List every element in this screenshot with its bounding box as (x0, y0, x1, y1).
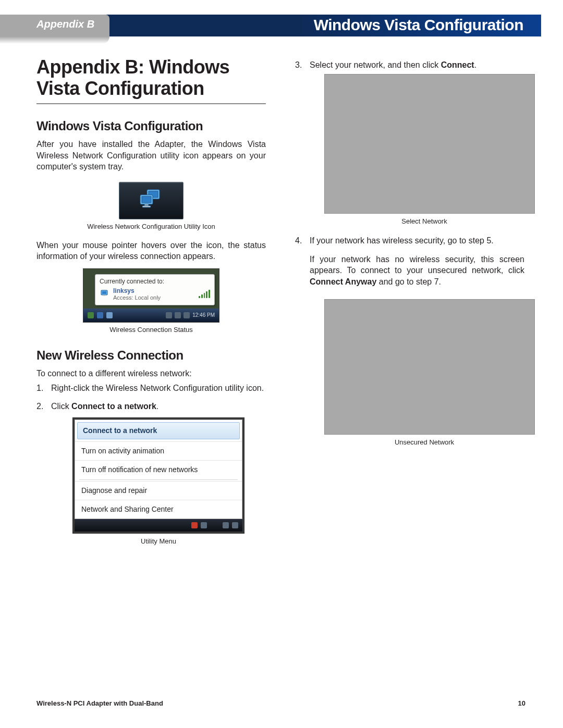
svg-rect-8 (103, 295, 105, 296)
menu-item-activity-anim[interactable]: Turn on activity animation (75, 441, 242, 460)
section-heading-config: Windows Vista Configuration (36, 119, 266, 133)
svg-rect-5 (142, 206, 151, 207)
step-4-text-c: and go to step 7. (376, 277, 441, 286)
tray-icon-b (223, 522, 229, 528)
caption-utility-menu: Utility Menu (51, 537, 266, 546)
step-3-bold: Connect (441, 60, 474, 69)
footer-page-number: 10 (518, 699, 525, 707)
caption-connection-status: Wireless Connection Status (36, 326, 266, 334)
network-name: linksys (113, 287, 195, 294)
tooltip-header: Currently connected to: (100, 278, 210, 285)
status-tooltip: Currently connected to: linksys Access: (95, 274, 215, 305)
figure-utility-menu: Connect to a network Turn on activity an… (72, 417, 244, 534)
step-2: Click Connect to a network. Connect to a… (36, 401, 266, 546)
svg-rect-3 (142, 196, 151, 203)
header-appendix-label: Appendix B (36, 18, 94, 30)
intro-steps: To connect to a different wireless netwo… (36, 368, 266, 379)
step-3-text-c: . (474, 60, 476, 69)
step-2-text-a: Click (51, 402, 71, 411)
caption-unsecured-network: Unsecured Network (324, 438, 524, 447)
menu-item-notification-off[interactable]: Turn off notification of new networks (75, 460, 242, 479)
step-2-text-c: . (156, 402, 158, 411)
taskbar-left-icons (88, 312, 113, 318)
steps-list-right: Select your network, and then click Conn… (295, 59, 524, 447)
step-1: Right-click the Wireless Network Configu… (36, 382, 266, 394)
menu-taskbar (75, 519, 242, 532)
tray-icon-a (201, 522, 207, 528)
network-icon (100, 289, 110, 299)
step-4-text-a: If your network has no wireless security… (310, 255, 524, 275)
footer-product-name: Wireless-N PCI Adapter with Dual-Band (36, 699, 163, 707)
step-3-text-a: Select your network, and then click (310, 60, 441, 69)
step-2-bold: Connect to a network (71, 402, 156, 411)
header-band: Appendix B Windows Vista Configuration (0, 15, 563, 36)
step-4-bold: Connect Anyway (310, 277, 376, 286)
steps-list-left: Right-click the Wireless Network Configu… (36, 382, 266, 546)
menu-item-connect[interactable]: Connect to a network (77, 422, 240, 439)
header-title: Windows Vista Configuration (314, 16, 523, 34)
tray-icon-3 (106, 312, 113, 318)
figure-select-network (324, 74, 535, 214)
svg-rect-7 (102, 291, 106, 294)
tray-close-icon (191, 522, 198, 528)
page: Appendix B Windows Vista Configuration A… (0, 0, 563, 728)
network-monitors-icon (138, 189, 164, 211)
caption-tray-icon: Wireless Network Configuration Utility I… (36, 223, 266, 230)
tray-icon-c (232, 522, 238, 528)
tray-icon-2 (97, 312, 103, 318)
section-heading-new-connection: New Wireless Connection (36, 348, 266, 363)
tray-icon-6 (183, 312, 190, 318)
step-4-line-1: If your network has wireless security, g… (310, 235, 524, 246)
page-title: Appendix B: Windows Vista Configuration (36, 56, 266, 104)
figure-connection-status: Currently connected to: linksys Access: (83, 268, 219, 323)
menu-item-sharing-center[interactable]: Network and Sharing Center (75, 500, 242, 519)
caption-select-network: Select Network (324, 217, 524, 226)
taskbar: 12:46 PM (83, 309, 219, 322)
intro-paragraph: After you have installed the Adapter, th… (36, 139, 266, 172)
left-column: Appendix B: Windows Vista Configuration … (36, 56, 266, 556)
access-label: Access: Local only (113, 294, 195, 301)
page-footer: Wireless-N PCI Adapter with Dual-Band 10 (36, 699, 525, 707)
figure-unsecured-network (324, 299, 535, 435)
figure-tray-icon (119, 182, 183, 219)
menu-item-diagnose[interactable]: Diagnose and repair (75, 481, 242, 500)
right-column: Select your network, and then click Conn… (295, 56, 524, 556)
tray-icon-5 (175, 312, 181, 318)
header-grey-tail (0, 36, 109, 44)
hover-paragraph: When your mouse pointer hovers over the … (36, 240, 266, 262)
step-3: Select your network, and then click Conn… (295, 59, 524, 226)
taskbar-clock: 12:46 PM (192, 312, 215, 318)
step-4-line-2: If your network has no wireless security… (310, 254, 524, 288)
step-4: If your network has wireless security, g… (295, 235, 524, 447)
content-columns: Appendix B: Windows Vista Configuration … (36, 56, 525, 556)
context-menu: Connect to a network Turn on activity an… (75, 419, 242, 519)
signal-bars-icon (199, 290, 210, 298)
tray-icon-1 (88, 312, 94, 318)
tray-icon-4 (166, 312, 172, 318)
